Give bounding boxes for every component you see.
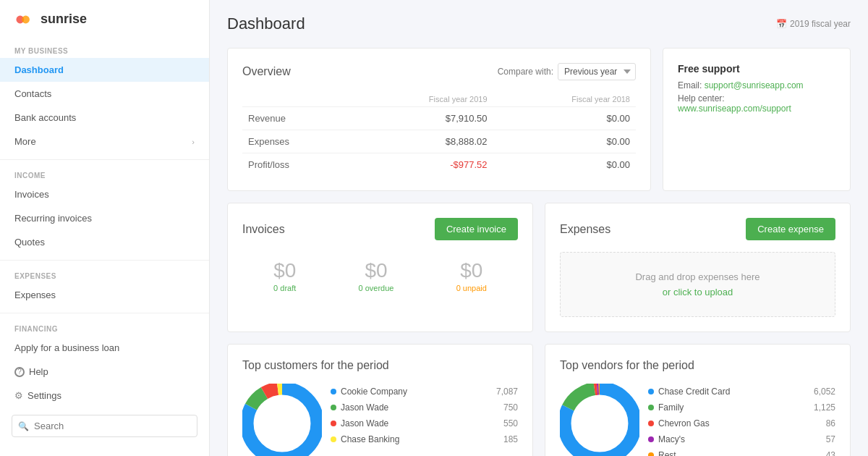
legend-left: Jason Wade (331, 418, 388, 428)
vendors-legend: Chase Credit Card 6,052 Family 1,125 Che… (648, 384, 835, 456)
sidebar-item-apply-loan[interactable]: Apply for a business loan (0, 336, 209, 360)
sidebar: sunrise MY BUSINESS Dashboard Contacts B… (0, 0, 210, 456)
legend-dot (648, 421, 654, 426)
legend-item: Jason Wade 750 (331, 400, 518, 415)
support-help-line: Help center: www.sunriseapp.com/support (678, 93, 835, 114)
top-vendors-title: Top vendors for the period (560, 359, 694, 372)
sidebar-item-more[interactable]: More › (0, 130, 209, 153)
main-header: Dashboard 📅 2019 fiscal year (227, 14, 851, 33)
support-email-line: Email: support@sunriseapp.com (678, 80, 835, 90)
legend-item: Chase Banking 185 (331, 431, 518, 447)
top-vendors-chart: Chase Credit Card 6,052 Family 1,125 Che… (560, 384, 835, 456)
vendors-donut (560, 384, 639, 456)
col-fy2019: Fiscal year 2019 (350, 92, 493, 107)
metric-unpaid: $0 0 unpaid (456, 259, 487, 292)
legend-left: Rest (648, 450, 676, 456)
top-customers-chart: Cookie Company 7,087 Jason Wade 750 Jaso… (242, 384, 518, 456)
legend-left: Chase Banking (331, 434, 399, 444)
sidebar-item-dashboard[interactable]: Dashboard (0, 58, 209, 82)
chevron-right-icon: › (192, 138, 195, 146)
metric-overdue: $0 0 overdue (359, 259, 394, 292)
customers-donut (242, 384, 322, 456)
legend-value: 57 (807, 434, 835, 444)
legend-label: Jason Wade (341, 418, 388, 428)
top-vendors-card: Top vendors for the period Chase Credit … (545, 344, 851, 456)
legend-label: Family (658, 402, 684, 413)
legend-item: Jason Wade 550 (331, 415, 518, 431)
settings-icon: ⚙ (14, 390, 23, 401)
sidebar-item-contacts[interactable]: Contacts (0, 82, 209, 106)
fiscal-year: 📅 2019 fiscal year (776, 19, 851, 29)
top-customers-header: Top customers for the period (242, 359, 518, 372)
search-input[interactable] (12, 415, 197, 437)
legend-label: Rest (658, 450, 676, 456)
income-label: INCOME (0, 166, 209, 182)
compare-select[interactable]: Previous year (558, 63, 636, 80)
legend-label: Cookie Company (341, 387, 407, 397)
legend-dot (648, 452, 654, 456)
financing-label: FINANCING (0, 319, 209, 336)
expenses-header: Expenses Create expense (560, 218, 835, 240)
divider-3 (0, 313, 209, 313)
legend-dot (331, 421, 336, 426)
top-vendors-header: Top vendors for the period (560, 359, 835, 372)
metric-draft: $0 0 draft (273, 259, 296, 292)
legend-item: Family 1,125 (648, 400, 835, 415)
legend-item: Chase Credit Card 6,052 (648, 384, 835, 400)
legend-dot (331, 405, 336, 410)
support-email-link[interactable]: support@sunriseapp.com (705, 80, 804, 90)
create-expense-button[interactable]: Create expense (746, 218, 835, 240)
page-title: Dashboard (227, 14, 305, 33)
legend-item: Chevron Gas 86 (648, 415, 835, 431)
divider-1 (0, 159, 209, 160)
col-empty (242, 92, 350, 107)
drag-drop-area[interactable]: Drag and drop expenses here or click to … (560, 252, 835, 317)
legend-left: Chevron Gas (648, 418, 710, 428)
support-help-link[interactable]: www.sunriseapp.com/support (678, 104, 791, 114)
bottom-row: Top customers for the period Cookie Comp… (227, 344, 851, 456)
legend-dot (648, 389, 654, 394)
legend-label: Chase Banking (341, 434, 399, 444)
overview-row-val1: -$977.52 (350, 153, 493, 177)
compare-with: Compare with: Previous year (498, 63, 636, 80)
legend-label: Jason Wade (341, 402, 388, 413)
customers-legend: Cookie Company 7,087 Jason Wade 750 Jaso… (331, 384, 518, 447)
top-row: Overview Compare with: Previous year Fis… (227, 48, 851, 191)
legend-value: 750 (489, 402, 518, 413)
invoices-metrics: $0 0 draft $0 0 overdue $0 0 unpaid (242, 252, 518, 292)
support-title: Free support (678, 63, 835, 75)
support-card: Free support Email: support@sunriseapp.c… (663, 48, 851, 191)
legend-dot (648, 405, 654, 410)
expenses-label: EXPENSES (0, 266, 209, 283)
create-invoice-button[interactable]: Create invoice (435, 218, 518, 240)
invoices-header: Invoices Create invoice (242, 218, 518, 240)
sidebar-item-recurring-invoices[interactable]: Recurring invoices (0, 206, 209, 230)
calendar-icon: 📅 (776, 19, 787, 29)
overview-header: Overview Compare with: Previous year (242, 63, 636, 80)
sidebar-item-help[interactable]: ? Help (0, 360, 209, 384)
legend-item: Macy's 57 (648, 431, 835, 447)
sidebar-item-quotes[interactable]: Quotes (0, 230, 209, 254)
legend-dot (331, 436, 336, 442)
legend-value: 7,087 (489, 387, 518, 397)
sidebar-item-bank-accounts[interactable]: Bank accounts (0, 106, 209, 130)
legend-left: Jason Wade (331, 402, 388, 413)
overview-row-label: Revenue (242, 107, 350, 130)
overview-row-val2: $0.00 (493, 153, 636, 177)
overview-row-val2: $0.00 (493, 130, 636, 153)
sidebar-item-expenses[interactable]: Expenses (0, 283, 209, 307)
upload-link[interactable]: or click to upload (663, 287, 733, 297)
top-customers-title: Top customers for the period (242, 359, 389, 372)
sidebar-item-settings[interactable]: ⚙ Settings (0, 384, 209, 408)
logo: sunrise (0, 12, 209, 41)
legend-value: 86 (807, 418, 835, 428)
legend-value: 185 (489, 434, 518, 444)
logo-icon (14, 12, 35, 27)
legend-value: 550 (489, 418, 518, 428)
svg-point-1 (22, 15, 30, 23)
sidebar-item-invoices[interactable]: Invoices (0, 182, 209, 206)
help-icon: ? (14, 367, 25, 377)
overview-row-label: Expenses (242, 130, 350, 153)
legend-value: 43 (807, 450, 835, 456)
legend-value: 1,125 (807, 402, 835, 413)
